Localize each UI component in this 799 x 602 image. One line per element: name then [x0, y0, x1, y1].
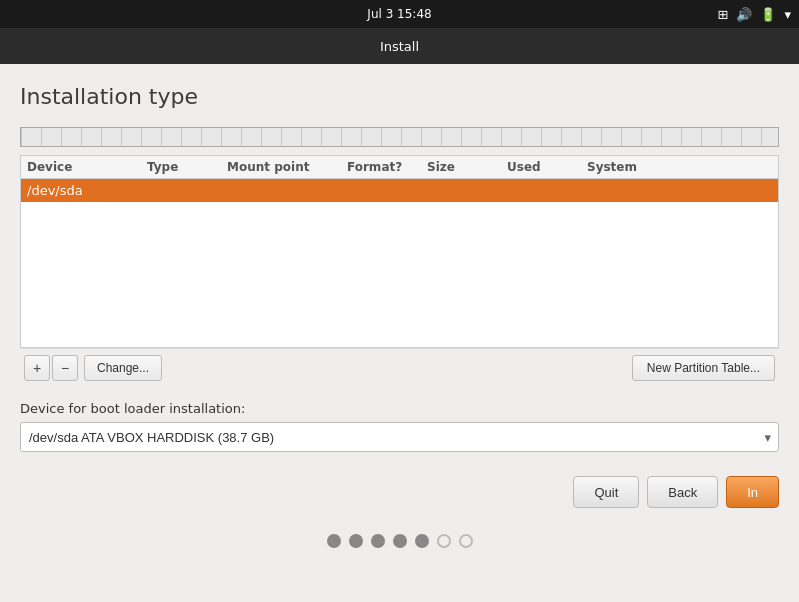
col-size-header: Size [427, 160, 507, 174]
col-system-header: System [587, 160, 772, 174]
add-partition-button[interactable]: + [24, 355, 50, 381]
dropdown-icon[interactable]: ▾ [784, 7, 791, 22]
system-cell [587, 183, 772, 198]
dot-5 [415, 534, 429, 548]
topbar-right: ⊞ 🔊 🔋 ▾ [718, 7, 791, 22]
change-partition-button[interactable]: Change... [84, 355, 162, 381]
col-device-header: Device [27, 160, 147, 174]
dot-3 [371, 534, 385, 548]
col-type-header: Type [147, 160, 227, 174]
used-cell [507, 183, 587, 198]
type-cell [147, 183, 227, 198]
network-icon: ⊞ [718, 7, 729, 22]
table-header: Device Type Mount point Format? Size Use… [21, 156, 778, 179]
new-partition-table-button[interactable]: New Partition Table... [632, 355, 775, 381]
partition-toolbar: + − Change... New Partition Table... [20, 348, 779, 387]
bootloader-label: Device for boot loader installation: [20, 401, 779, 416]
dot-6 [437, 534, 451, 548]
dot-7 [459, 534, 473, 548]
bootloader-section: Device for boot loader installation: /de… [20, 401, 779, 452]
progress-dots [0, 518, 799, 556]
col-mount-header: Mount point [227, 160, 347, 174]
bottom-buttons: Quit Back In [0, 462, 799, 518]
back-button[interactable]: Back [647, 476, 718, 508]
install-button[interactable]: In [726, 476, 779, 508]
table-body-empty [21, 202, 778, 347]
window-title: Install [380, 39, 419, 54]
battery-icon: 🔋 [760, 7, 776, 22]
topbar: Jul 3 15:48 ⊞ 🔊 🔋 ▾ [0, 0, 799, 28]
bootloader-select-wrapper: /dev/sda ATA VBOX HARDDISK (38.7 GB) [20, 422, 779, 452]
mount-cell [227, 183, 347, 198]
partition-bar [20, 127, 779, 147]
remove-partition-button[interactable]: − [52, 355, 78, 381]
volume-icon: 🔊 [736, 7, 752, 22]
partition-table: Device Type Mount point Format? Size Use… [20, 155, 779, 348]
format-cell [347, 183, 427, 198]
dot-1 [327, 534, 341, 548]
titlebar: Install [0, 28, 799, 64]
dot-2 [349, 534, 363, 548]
table-row-sda[interactable]: /dev/sda [21, 179, 778, 202]
bootloader-select[interactable]: /dev/sda ATA VBOX HARDDISK (38.7 GB) [20, 422, 779, 452]
main-content: Installation type Device Type Mount poin… [0, 64, 799, 462]
device-cell: /dev/sda [27, 183, 147, 198]
col-format-header: Format? [347, 160, 427, 174]
quit-button[interactable]: Quit [573, 476, 639, 508]
dot-4 [393, 534, 407, 548]
page-title: Installation type [20, 84, 779, 109]
col-used-header: Used [507, 160, 587, 174]
size-cell [427, 183, 507, 198]
datetime: Jul 3 15:48 [367, 7, 431, 21]
